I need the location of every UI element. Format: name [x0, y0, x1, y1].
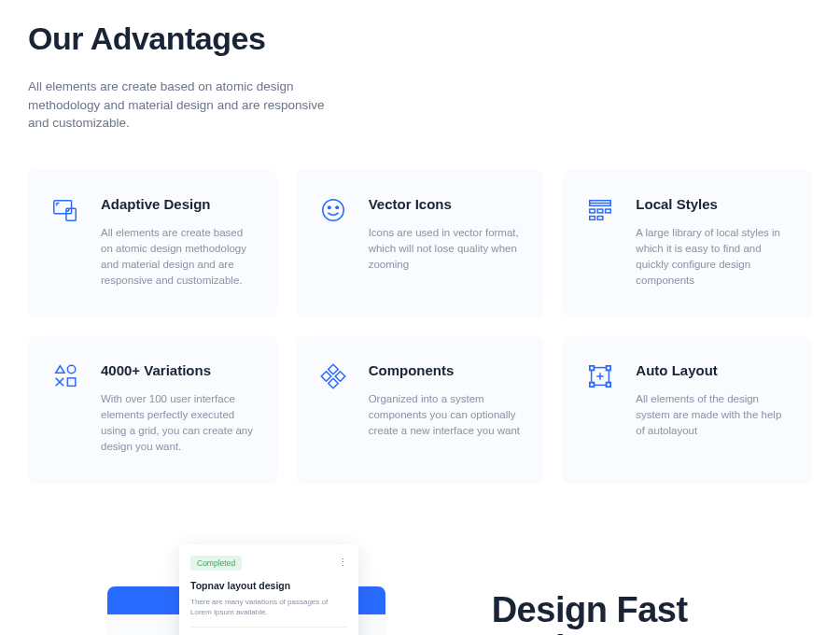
advantage-card: Components Organized into a system compo… [296, 336, 545, 484]
svg-rect-12 [67, 378, 75, 386]
card-title: Local Styles [636, 196, 790, 212]
illustration: Completed ⋮ Topnav layout design There a… [28, 540, 371, 635]
svg-point-2 [322, 199, 343, 220]
bottom-section: Completed ⋮ Topnav layout design There a… [28, 540, 812, 635]
card-desc: Organized into a system components you c… [369, 391, 523, 440]
local-styles-icon [585, 196, 615, 226]
advantages-grid: Adaptive Design All elements are create … [28, 170, 812, 484]
card-title: Adaptive Design [101, 196, 255, 212]
task-title: Topnav layout design [190, 580, 347, 591]
kebab-icon[interactable]: ⋮ [338, 557, 347, 568]
svg-rect-14 [321, 371, 331, 381]
svg-rect-7 [598, 209, 604, 213]
smiley-icon [318, 196, 348, 226]
hero-line-2: Design Consistently [492, 629, 812, 635]
card-title: 4000+ Variations [101, 362, 255, 378]
svg-rect-8 [606, 209, 611, 213]
card-title: Auto Layout [636, 362, 790, 378]
task-desc: There are many variations of passages of… [190, 597, 347, 617]
card-title: Components [369, 362, 523, 378]
page-subtitle: All elements are create based on atomic … [28, 78, 327, 133]
svg-rect-15 [335, 371, 345, 381]
auto-layout-icon [585, 362, 615, 392]
advantage-card: 4000+ Variations With over 100 user inte… [28, 336, 277, 484]
shapes-icon [50, 362, 80, 392]
svg-rect-10 [598, 216, 604, 219]
card-desc: With over 100 user interface elements pe… [101, 391, 255, 456]
page-title: Our Advantages [28, 21, 812, 57]
svg-point-11 [67, 365, 75, 373]
advantage-card: Adaptive Design All elements are create … [28, 170, 277, 318]
svg-rect-9 [590, 216, 595, 219]
svg-rect-13 [328, 364, 338, 374]
advantage-card: Auto Layout All elements of the design s… [563, 336, 812, 484]
card-desc: A large library of local styles in which… [636, 225, 790, 289]
card-desc: All elements are create based on atomic … [101, 225, 255, 289]
svg-point-3 [328, 206, 330, 209]
advantage-card: Vector Icons Icons are used in vector fo… [296, 170, 545, 318]
svg-rect-16 [328, 378, 338, 388]
card-desc: All elements of the design system are ma… [636, 391, 790, 440]
svg-point-4 [336, 206, 339, 209]
svg-rect-6 [590, 209, 595, 213]
adaptive-design-icon [50, 196, 80, 226]
task-card: Completed ⋮ Topnav layout design There a… [179, 544, 358, 635]
components-icon [318, 362, 348, 392]
advantage-card: Local Styles A large library of local st… [563, 170, 812, 318]
hero-heading: Design Fast Design Consistently [492, 591, 812, 635]
card-title: Vector Icons [369, 196, 523, 212]
card-desc: Icons are used in vector format, which w… [369, 225, 523, 274]
status-badge: Completed [190, 556, 242, 571]
hero-line-1: Design Fast [492, 591, 812, 629]
